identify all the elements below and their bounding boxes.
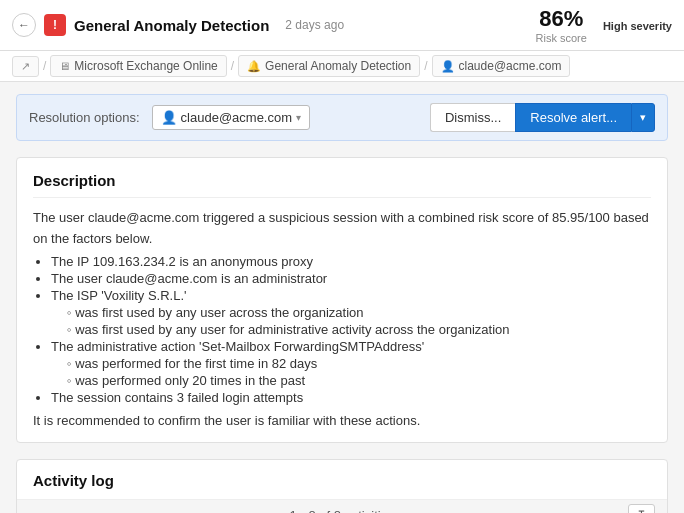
breadcrumb-exchange[interactable]: 🖥 Microsoft Exchange Online	[50, 55, 226, 77]
description-bullets: The IP 109.163.234.2 is an anonymous pro…	[51, 254, 651, 405]
resolve-caret-button[interactable]: ▾	[631, 103, 655, 132]
exchange-icon: 🖥	[59, 60, 70, 72]
dismiss-button[interactable]: Dismiss...	[430, 103, 515, 132]
sub-bullet-3-1: was first used by any user across the or…	[67, 305, 651, 320]
external-link-icon: ↗	[21, 60, 30, 73]
dropdown-caret-icon: ▾	[296, 112, 301, 123]
description-recommendation: It is recommended to confirm the user is…	[33, 413, 651, 428]
resolve-button[interactable]: Resolve alert...	[515, 103, 631, 132]
bullet-3: The ISP 'Voxility S.R.L.' was first used…	[51, 288, 651, 337]
breadcrumb-user[interactable]: 👤 claude@acme.com	[432, 55, 571, 77]
risk-score-value: 86%	[536, 6, 587, 32]
sub-bullet-4-1: was performed for the first time in 82 d…	[67, 356, 651, 371]
bullet-5: The session contains 3 failed login atte…	[51, 390, 651, 405]
time-ago: 2 days ago	[285, 18, 344, 32]
back-button[interactable]: ←	[12, 13, 36, 37]
description-title: Description	[33, 172, 651, 198]
bullet-4-sublist: was performed for the first time in 82 d…	[67, 356, 651, 388]
resolution-buttons: Dismiss... Resolve alert... ▾	[430, 103, 655, 132]
breadcrumb-external-link[interactable]: ↗	[12, 56, 39, 77]
page-header: ← ! General Anomaly Detection 2 days ago…	[0, 0, 684, 51]
resolution-label: Resolution options:	[29, 110, 140, 125]
resolution-bar: Resolution options: 👤 claude@acme.com ▾ …	[16, 94, 668, 141]
bullet-3-sublist: was first used by any user across the or…	[67, 305, 651, 337]
header-left: ← ! General Anomaly Detection 2 days ago	[12, 13, 344, 37]
resolution-user-text: claude@acme.com	[181, 110, 292, 125]
sub-bullet-3-2: was first used by any user for administr…	[67, 322, 651, 337]
activity-log-title: Activity log	[17, 460, 667, 500]
resolution-user-dropdown[interactable]: 👤 claude@acme.com ▾	[152, 105, 310, 130]
sub-bullet-4-2: was performed only 20 times in the past	[67, 373, 651, 388]
breadcrumb-exchange-label: Microsoft Exchange Online	[74, 59, 217, 73]
risk-score-label: Risk score	[536, 32, 587, 44]
resolution-user-icon: 👤	[161, 110, 177, 125]
risk-score-block: 86% Risk score	[536, 6, 587, 44]
breadcrumb-detection-label: General Anomaly Detection	[265, 59, 411, 73]
severity-block: High severity	[603, 18, 672, 32]
bullet-1: The IP 109.163.234.2 is an anonymous pro…	[51, 254, 651, 269]
description-section: Description The user claude@acme.com tri…	[16, 157, 668, 443]
header-right: 86% Risk score High severity	[536, 6, 672, 44]
description-intro: The user claude@acme.com triggered a sus…	[33, 208, 651, 250]
detection-icon: 🔔	[247, 60, 261, 73]
alert-type-icon: !	[44, 14, 66, 36]
activity-count-text: 1 - 8 of 8 activities	[290, 508, 395, 513]
bullet-4: The administrative action 'Set-Mailbox F…	[51, 339, 651, 388]
export-button[interactable]: ↧	[628, 504, 655, 513]
breadcrumb-detection[interactable]: 🔔 General Anomaly Detection	[238, 55, 420, 77]
severity-label: High severity	[603, 20, 672, 32]
user-icon: 👤	[441, 60, 455, 73]
breadcrumb-user-label: claude@acme.com	[459, 59, 562, 73]
page-title: General Anomaly Detection	[74, 17, 269, 34]
activity-log-section: Activity log 1 - 8 of 8 activities ↧ Act…	[16, 459, 668, 513]
bullet-2: The user claude@acme.com is an administr…	[51, 271, 651, 286]
main-content: Resolution options: 👤 claude@acme.com ▾ …	[0, 82, 684, 513]
breadcrumb-bar: ↗ / 🖥 Microsoft Exchange Online / 🔔 Gene…	[0, 51, 684, 82]
alert-icon-label: !	[53, 18, 57, 32]
export-icon: ↧	[636, 508, 647, 513]
activity-count-bar: 1 - 8 of 8 activities ↧	[17, 500, 667, 513]
